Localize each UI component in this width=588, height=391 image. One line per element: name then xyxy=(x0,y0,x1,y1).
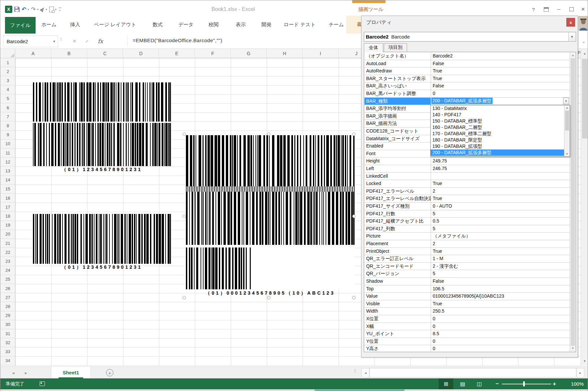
sheet-tab-sheet1[interactable]: Sheet1 xyxy=(51,367,91,378)
barcode-object-2[interactable]: （01）12345678901231 xyxy=(33,214,171,270)
property-row[interactable]: PDF417_エラーレベル2 xyxy=(365,188,570,195)
view-normal-icon[interactable]: ⊞ xyxy=(439,378,453,389)
property-row[interactable]: BAR_黒バードット調整0 xyxy=(365,90,570,98)
property-value[interactable]: 106.5 xyxy=(431,285,570,293)
column-header[interactable]: C xyxy=(87,49,123,58)
new-sheet-icon[interactable]: + xyxy=(106,369,113,376)
view-page-layout-icon[interactable]: ▤ xyxy=(455,378,470,389)
selection-handle-mid-left[interactable] xyxy=(183,215,186,218)
property-value[interactable]: 5 xyxy=(431,210,570,218)
property-value[interactable]: （メタファイル） xyxy=(431,233,570,240)
property-row[interactable]: Width250.5 xyxy=(365,308,570,315)
ribbon-tab[interactable]: データ xyxy=(176,16,196,34)
property-row[interactable]: ShadowFalse xyxy=(365,278,570,285)
tab-all[interactable]: 全体 xyxy=(364,43,383,52)
row-header[interactable]: 5 xyxy=(0,94,15,103)
formula-bar-gripper[interactable]: ⁞⁞ xyxy=(60,37,61,42)
column-header[interactable]: G xyxy=(231,49,267,58)
property-row[interactable]: QR_バージョン5 xyxy=(365,270,570,278)
name-box[interactable]: Barcode2 ▼ xyxy=(3,36,58,47)
row-header[interactable]: 12 xyxy=(0,157,15,166)
property-value[interactable]: 2 xyxy=(431,188,570,195)
scroll-right-icon[interactable]: ▸ xyxy=(576,368,584,377)
properties-close-icon[interactable]: x xyxy=(566,18,575,27)
property-value[interactable]: 2 - 漢字含む xyxy=(431,263,570,270)
ribbon-tab[interactable]: ホーム xyxy=(39,16,59,34)
object-selector-dropdown-icon[interactable]: ▼ xyxy=(568,33,575,41)
property-value[interactable]: Barcode2 xyxy=(431,52,570,60)
avatar[interactable] xyxy=(578,16,588,31)
row-header[interactable]: 14 xyxy=(0,176,15,185)
property-value[interactable]: 1 - M xyxy=(431,255,570,262)
row-header[interactable]: 20 xyxy=(0,230,15,239)
redo-dropdown-icon[interactable]: ▾ xyxy=(37,8,39,11)
property-value[interactable]: 0 xyxy=(431,338,570,345)
dropdown-item[interactable]: 180 - DATABAR_限定型 xyxy=(431,137,564,143)
ribbon-tab[interactable]: 数式 xyxy=(150,16,165,34)
property-row[interactable]: LockedTrue xyxy=(365,180,570,188)
formula-text[interactable]: =EMBED("BarcodeOffice.Barcode","") xyxy=(133,38,222,43)
minimize-icon[interactable]: ─ xyxy=(554,5,564,14)
row-header[interactable]: 1 xyxy=(0,58,15,67)
print-preview-icon[interactable] xyxy=(49,7,54,12)
bar-type-dropdown-icon[interactable]: ▼ xyxy=(563,98,569,104)
property-row[interactable]: Y位置0 xyxy=(365,338,570,345)
property-row[interactable]: BAR_高さいっぱいFalse xyxy=(365,82,570,90)
column-header[interactable]: A xyxy=(15,49,51,58)
dropdown-item[interactable]: 140 - PDF417 xyxy=(431,112,564,118)
close-icon[interactable]: ✕ xyxy=(578,5,588,14)
ribbon-tab[interactable]: 開発 xyxy=(259,16,274,34)
barcode-object-1[interactable]: （01）12345678901231 xyxy=(33,82,171,173)
ribbon-tab[interactable]: 表示 xyxy=(233,16,248,34)
property-row[interactable]: PDF417_エラーレベル自動決定True xyxy=(365,195,570,203)
customize-qat-icon[interactable]: ⌄ xyxy=(59,8,62,11)
vertical-scrollbar[interactable]: ▲ ▼ xyxy=(581,49,588,366)
maximize-icon[interactable] xyxy=(566,5,576,14)
tab-categorized[interactable]: 項目別 xyxy=(384,43,407,51)
select-all-corner[interactable] xyxy=(0,49,15,58)
property-value[interactable]: 5 xyxy=(431,270,570,277)
row-header[interactable]: 19 xyxy=(0,221,15,230)
row-header[interactable]: 6 xyxy=(0,103,15,112)
zoom-slider-thumb[interactable] xyxy=(523,381,525,386)
property-value[interactable]: False xyxy=(431,278,570,285)
column-header[interactable]: D xyxy=(123,49,159,58)
row-header[interactable]: 18 xyxy=(0,212,15,221)
property-row[interactable]: PDF417_列数5 xyxy=(365,225,570,233)
row-header[interactable]: 28 xyxy=(0,302,15,311)
row-header[interactable]: 3 xyxy=(0,76,15,85)
zoom-out-icon[interactable]: − xyxy=(493,378,501,389)
dropdown-item[interactable]: 200 - DATABAR_拡張多層型 xyxy=(431,149,564,156)
property-row[interactable]: X幅0 xyxy=(365,323,570,331)
property-row[interactable]: X位置0 xyxy=(365,315,570,323)
touch-mode-dropdown-icon[interactable]: ▾ xyxy=(46,8,47,11)
scroll-up-icon[interactable]: ▲ xyxy=(581,49,588,57)
property-row[interactable]: QR_エラー訂正レベル1 - M xyxy=(365,255,570,263)
property-grid-scrollbar[interactable]: ▲ ▼ xyxy=(570,52,576,351)
row-header[interactable]: 25 xyxy=(0,275,15,284)
horizontal-scrollbar[interactable]: ◂ ▸ xyxy=(362,368,584,377)
property-value[interactable]: True xyxy=(431,195,570,202)
property-row[interactable]: Height249.75 xyxy=(365,157,570,165)
property-value[interactable]: 0 xyxy=(431,90,570,97)
dropdown-item[interactable]: 130 - DataMatrix xyxy=(431,105,564,112)
selection-handle-bottom-mid[interactable] xyxy=(267,296,270,299)
property-row[interactable]: QR_エンコードモード2 - 漢字含む xyxy=(365,263,570,270)
row-header[interactable]: 27 xyxy=(0,293,15,302)
property-value[interactable]: 0 xyxy=(431,323,570,330)
row-header[interactable]: 17 xyxy=(0,203,15,212)
row-header[interactable]: 11 xyxy=(0,148,15,157)
dropdown-item[interactable]: 170 - DATABAR_標準二層型 xyxy=(431,131,564,137)
dropdown-item[interactable]: 150 - DATABAR_標準型 xyxy=(431,118,564,124)
row-header[interactable]: 21 xyxy=(0,239,15,248)
property-value[interactable] xyxy=(431,173,570,180)
property-row[interactable]: LinkedCell xyxy=(365,173,570,180)
row-header[interactable]: 9 xyxy=(0,131,15,140)
property-value[interactable]: 0100012345678905{AI}10ABC123 xyxy=(431,293,570,300)
row-header[interactable]: 16 xyxy=(0,194,15,203)
ribbon-tab[interactable]: チーム xyxy=(326,16,347,34)
property-value[interactable]: 0 xyxy=(431,315,570,323)
property-scrollbar-thumb[interactable] xyxy=(571,58,575,346)
property-value[interactable]: True xyxy=(431,300,570,308)
barcode-object-3-selected[interactable]: （01）00012345678905（10）ABC123 xyxy=(186,135,355,297)
